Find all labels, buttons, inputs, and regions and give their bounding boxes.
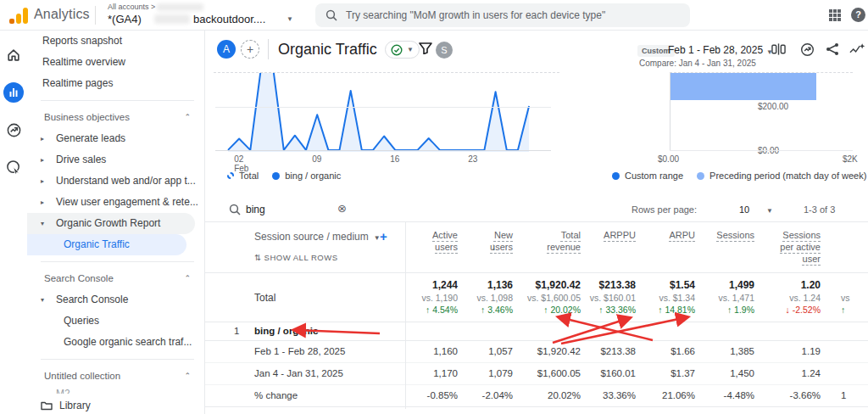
sidebar-item-label: Search Console [44, 268, 114, 289]
chevron-down-icon: ▼ [407, 46, 414, 53]
sidebar-divider [41, 100, 194, 101]
chevron-down-icon[interactable]: ▼ [766, 207, 773, 215]
sidebar-item-m2[interactable]: M2 [27, 387, 204, 394]
sidebar-item-realtime-pages[interactable]: Realtime pages [27, 73, 204, 94]
date-range-selector[interactable]: Feb 1 - Feb 28, 2025 [668, 44, 763, 56]
x-axis-tick: 16 [390, 154, 399, 164]
expand-icon[interactable]: ▸ [41, 192, 44, 213]
collapse-icon[interactable]: ▾ [41, 213, 44, 234]
table-search-icon[interactable] [229, 204, 241, 215]
sidebar-item-untitled-collection[interactable]: Untitled collection⌃ [27, 366, 204, 387]
sidebar-item-realtime-overview[interactable]: Realtime overview [27, 52, 204, 73]
account-selector[interactable]: *(GA4) [108, 13, 142, 25]
sidebar-item-understand-web-and-or-app-t[interactable]: ▸Understand web and/or app t... [27, 171, 204, 192]
filter-icon[interactable] [419, 42, 432, 58]
table-subrow[interactable]: % change-0.85%-2.04%20.02%33.36%21.06%-4… [205, 385, 868, 407]
section-collapse-icon[interactable]: ⌃ [184, 107, 191, 128]
report-status-pill[interactable]: ▼ [385, 41, 420, 59]
add-comparison-button[interactable]: + [241, 40, 259, 59]
table-search-input[interactable]: bing [246, 204, 265, 215]
sparkline-insights-icon[interactable] [849, 42, 865, 59]
comparison-panel-icon[interactable] [771, 42, 786, 59]
legend-custom-range[interactable]: Custom range [612, 171, 683, 181]
chevron-down-icon[interactable]: ▼ [287, 15, 293, 23]
sidebar-item-label: Generate leads [56, 128, 125, 149]
sidebar-item-search-console[interactable]: Search Console⌃ [27, 268, 204, 289]
comparison-avatar-a[interactable]: A [217, 40, 236, 59]
table-header-row: Session source / medium▼ + ⇅ SHOW ALL RO… [205, 222, 868, 273]
table-subrows: Feb 1 - Feb 28, 20251,1601,057$1,920.42$… [205, 341, 868, 407]
pagination-status: 1-3 of 3 [804, 204, 835, 215]
explore-icon[interactable] [0, 117, 27, 143]
reports-icon[interactable] [0, 80, 27, 105]
search-bar[interactable]: Try searching "MoM growth in users for e… [315, 3, 690, 27]
search-icon [326, 9, 337, 21]
expand-icon[interactable]: ▸ [41, 128, 44, 149]
column-header-sessions-per-active-user[interactable]: Sessions per active user [748, 229, 821, 265]
advertising-icon[interactable] [0, 154, 27, 180]
expand-icon[interactable]: ▸ [41, 149, 44, 171]
rows-per-page-label: Rows per page: [632, 204, 697, 215]
sidebar-item-queries[interactable]: Queries [27, 310, 204, 332]
sidebar-item-label: Drive sales [56, 149, 106, 171]
help-icon[interactable]: ? [851, 8, 865, 22]
series-area [228, 73, 529, 152]
sidebar-item-search-console[interactable]: ▾Search Console [27, 289, 204, 310]
sidebar-item-label: Queries [64, 310, 99, 332]
section-collapse-icon[interactable]: ⌃ [184, 268, 191, 289]
metric-cell: -3.66% [736, 390, 821, 400]
rows-per-page-select[interactable]: 10 [739, 204, 749, 215]
clear-search-icon[interactable]: ⊗ [337, 202, 347, 215]
collapse-icon[interactable]: ▾ [41, 289, 44, 310]
sidebar-item-organic-growth-report[interactable]: ▾Organic Growth Report [27, 213, 195, 234]
legend-preceding-period[interactable]: Preceding period (match day of week) [697, 171, 866, 181]
section-collapse-icon[interactable]: ⌃ [184, 366, 191, 387]
metric-cell: 1.19 [736, 346, 821, 356]
redacted-text [157, 3, 203, 11]
check-circle-icon [391, 44, 403, 56]
sidebar-item-drive-sales[interactable]: ▸Drive sales [27, 149, 204, 171]
analytics-logo-icon[interactable] [8, 6, 29, 25]
apps-grid-icon[interactable] [829, 9, 841, 21]
line-chart[interactable] [214, 72, 559, 151]
sidebar-item-label: Understand web and/or app t... [56, 171, 196, 192]
sidebar-item-view-user-engagement-rete[interactable]: ▸View user engagement & rete... [27, 192, 204, 213]
report-table: bing ⊗ Rows per page: 10 ▼ 1-3 of 3 Sess… [205, 197, 868, 407]
share-icon[interactable] [826, 42, 839, 59]
sidebar-item-generate-leads[interactable]: ▸Generate leads [27, 128, 204, 149]
show-all-rows-button[interactable]: ⇅ SHOW ALL ROWS [254, 253, 338, 262]
sidebar-item-label: Organic Traffic [64, 234, 130, 255]
top-app-bar: Analytics All accounts > *(GA4) backoutd… [0, 0, 868, 31]
table-subrow[interactable]: Feb 1 - Feb 28, 20251,1601,057$1,920.42$… [205, 341, 868, 363]
home-icon[interactable] [0, 42, 27, 68]
table-row[interactable]: 1 bing / organic [205, 322, 868, 341]
metric-cell-clipped: 1 [841, 390, 846, 400]
expand-icon[interactable]: ▸ [41, 171, 44, 192]
sidebar-item-google-organic-search-traf[interactable]: Google organic search traf... [27, 332, 204, 353]
bar-chart[interactable] [670, 72, 853, 151]
legend-total[interactable]: Total [227, 171, 259, 181]
legend-bing-organic[interactable]: bing / organic [272, 171, 341, 181]
subrow-label: Jan 4 - Jan 31, 2025 [254, 368, 343, 378]
total-series-icon [227, 172, 234, 179]
dimension-header[interactable]: Session source / medium▼ [254, 231, 381, 243]
reports-active-badge [3, 82, 24, 103]
sidebar-item-reports-snapshot[interactable]: Reports snapshot [27, 31, 204, 52]
subrow-label: % change [254, 390, 298, 400]
insights-icon[interactable] [800, 42, 815, 60]
segment-avatar-s[interactable]: S [436, 42, 453, 59]
column-header-new-users[interactable]: New users [440, 229, 513, 253]
property-selector[interactable]: backoutdoor.... [193, 13, 265, 25]
x-axis-tick: 09 [312, 154, 321, 164]
column-header-sessions[interactable]: Sessions [682, 229, 754, 241]
sidebar-item-label: Business objectives [44, 107, 130, 128]
sidebar-item-organic-traffic[interactable]: Organic Traffic [27, 234, 186, 255]
account-breadcrumb[interactable]: All accounts > [108, 3, 155, 11]
bar-preceding-period[interactable] [670, 73, 816, 100]
sidebar-item-library[interactable]: Library [27, 395, 204, 414]
table-toolbar: bing ⊗ Rows per page: 10 ▼ 1-3 of 3 [205, 197, 868, 222]
subrow-label: Feb 1 - Feb 28, 2025 [254, 346, 345, 356]
sort-descending-icon[interactable]: ↓ [491, 241, 496, 253]
table-subrow[interactable]: Jan 4 - Jan 31, 20251,1701,079$1,600.05$… [205, 363, 868, 385]
sidebar-item-business-objectives[interactable]: Business objectives⌃ [27, 107, 204, 128]
